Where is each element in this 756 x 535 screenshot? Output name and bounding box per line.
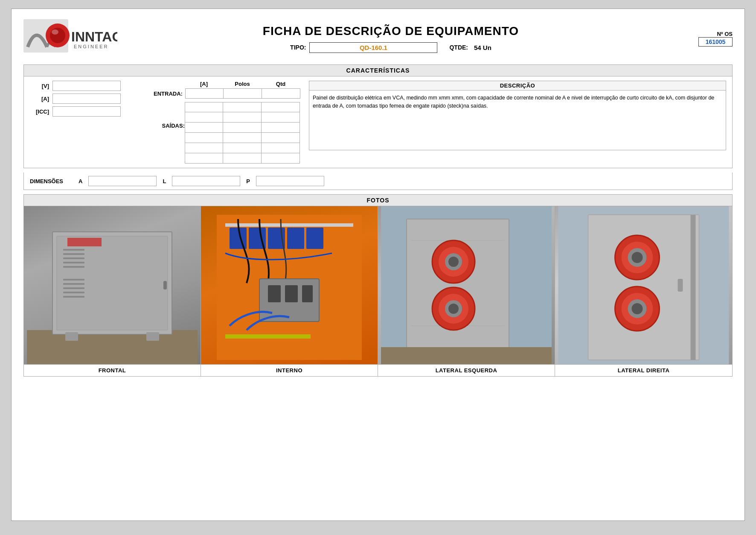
svg-rect-11 <box>63 257 84 259</box>
a-row: [A] <box>30 94 141 104</box>
foto-frontal-image <box>24 206 201 364</box>
dim-l-input[interactable] <box>172 176 240 186</box>
saida1-a[interactable] <box>185 102 223 112</box>
svg-rect-20 <box>65 332 78 341</box>
svg-rect-6 <box>27 330 198 364</box>
char-left: [V] [A] [ICC] <box>30 81 149 164</box>
svg-rect-31 <box>268 285 281 302</box>
v-row: [V] <box>30 81 141 91</box>
foto-interno-label: INTERNO <box>201 364 378 376</box>
svg-point-46 <box>448 304 459 314</box>
saida4-a[interactable] <box>185 133 223 143</box>
saida3-polos[interactable] <box>223 123 262 133</box>
svg-rect-10 <box>63 253 84 255</box>
fotos-grid: FRONTAL <box>24 206 732 376</box>
foto-frontal-label: FRONTAL <box>24 364 201 376</box>
dim-l-label: L <box>163 178 166 184</box>
dimensoes-label: DIMENSÕES <box>30 178 73 184</box>
descricao-header: DESCRIÇÃO <box>309 81 726 91</box>
header: INNTAG ENGINEER FICHA DE DESCRIÇÃO DE EQ… <box>23 19 733 58</box>
nos-label: Nº OS <box>664 31 733 37</box>
frontal-svg <box>24 206 201 364</box>
saida5-a[interactable] <box>185 143 223 153</box>
saidas-label: SAÍDAS: <box>154 123 185 129</box>
svg-point-54 <box>632 252 643 263</box>
main-title: FICHA DE DESCRIÇÃO DE EQUIPAMENTO <box>117 24 664 38</box>
saida6-qtd[interactable] <box>262 153 300 164</box>
svg-rect-50 <box>691 215 696 360</box>
saidas-block: SAÍDAS: <box>154 102 300 164</box>
title-area: FICHA DE DESCRIÇÃO DE EQUIPAMENTO TIPO: … <box>117 24 664 53</box>
qtde-value: 54 Un <box>474 44 491 51</box>
qtde-label: QTDE: <box>449 44 468 51</box>
entrada-a-input[interactable] <box>185 88 224 99</box>
char-section: [V] [A] [ICC] [A] Polos Qtd <box>23 76 733 168</box>
saida-row-4 <box>185 133 300 143</box>
saida3-a[interactable] <box>185 123 223 133</box>
saida2-polos[interactable] <box>223 112 262 123</box>
svg-point-3 <box>52 29 58 35</box>
interno-svg <box>201 206 378 364</box>
svg-rect-17 <box>63 292 84 293</box>
dim-p-label: P <box>246 178 250 184</box>
svg-rect-47 <box>381 347 552 364</box>
entrada-polos-input[interactable] <box>224 88 262 99</box>
saida4-polos[interactable] <box>223 133 262 143</box>
svg-rect-29 <box>306 228 323 249</box>
saida6-a[interactable] <box>185 153 223 164</box>
company-logo: INNTAG ENGINEER <box>23 19 117 58</box>
lateral-dir-svg <box>555 206 732 364</box>
dim-a-input[interactable] <box>88 176 157 186</box>
caracteristicas-header: CARACTERÍSTICAS <box>23 64 733 76</box>
svg-rect-33 <box>302 285 313 302</box>
col-polos-header: Polos <box>223 81 262 87</box>
col-a-header: [A] <box>185 81 223 87</box>
saida4-qtd[interactable] <box>262 133 300 143</box>
svg-rect-9 <box>63 249 84 251</box>
svg-rect-14 <box>63 279 84 281</box>
saida2-qtd[interactable] <box>262 112 300 123</box>
page: INNTAG ENGINEER FICHA DE DESCRIÇÃO DE EQ… <box>11 9 745 521</box>
saida2-a[interactable] <box>185 112 223 123</box>
svg-rect-15 <box>63 283 84 285</box>
char-right: DESCRIÇÃO Painel de distribuição elétric… <box>305 81 726 164</box>
svg-rect-22 <box>163 281 167 289</box>
saida1-qtd[interactable] <box>262 102 300 112</box>
a-input[interactable] <box>52 94 121 104</box>
svg-rect-59 <box>678 279 683 292</box>
saida-row-5 <box>185 143 300 153</box>
logo-area: INNTAG ENGINEER <box>23 19 117 58</box>
foto-interno-image <box>201 206 378 364</box>
saida-row-2 <box>185 112 300 123</box>
svg-text:ENGINEER: ENGINEER <box>74 44 108 49</box>
svg-point-42 <box>448 257 459 267</box>
dim-a-label: A <box>79 178 82 184</box>
svg-rect-19 <box>67 238 102 246</box>
descricao-text: Painel de distribuição elétrica em VCA, … <box>309 91 726 150</box>
lateral-esq-svg <box>378 206 555 364</box>
foto-lateral-esq-label: LATERAL ESQUERDA <box>378 364 555 376</box>
svg-rect-21 <box>146 332 159 341</box>
saida-row-3 <box>185 123 300 133</box>
saida-row-6 <box>185 153 300 164</box>
a-label: [A] <box>30 96 49 102</box>
svg-rect-12 <box>63 262 84 263</box>
saida3-qtd[interactable] <box>262 123 300 133</box>
col-qtd-header: Qtd <box>262 81 300 87</box>
saida5-polos[interactable] <box>223 143 262 153</box>
icc-input[interactable] <box>52 106 121 117</box>
svg-rect-24 <box>225 223 353 227</box>
fotos-section: FRONTAL <box>23 206 733 377</box>
foto-lateral-dir-label: LATERAL DIREITA <box>555 364 732 376</box>
foto-interno-cell: INTERNO <box>201 206 378 376</box>
dim-p-input[interactable] <box>256 176 324 186</box>
icc-label: [ICC] <box>30 108 49 115</box>
saida1-polos[interactable] <box>223 102 262 112</box>
char-grid: [V] [A] [ICC] [A] Polos Qtd <box>30 81 726 164</box>
entrada-qtd-input[interactable] <box>262 88 300 99</box>
svg-rect-32 <box>285 285 298 302</box>
saida5-qtd[interactable] <box>262 143 300 153</box>
saida6-polos[interactable] <box>223 153 262 164</box>
v-input[interactable] <box>52 81 121 91</box>
tipo-value: QD-160.1 <box>309 42 437 53</box>
